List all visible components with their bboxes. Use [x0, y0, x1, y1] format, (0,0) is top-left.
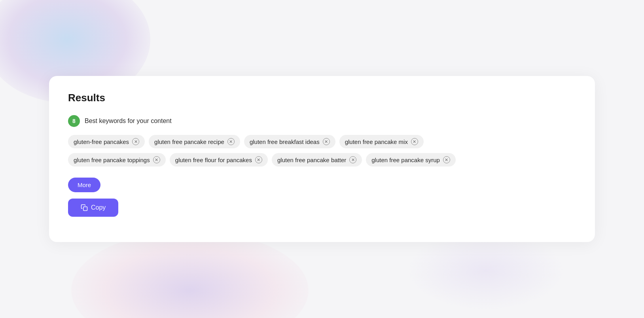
keywords-header: 8 Best keywords for your content	[68, 115, 576, 127]
keyword-label: gluten free pancake batter	[277, 157, 346, 163]
copy-button[interactable]: Copy	[68, 199, 118, 217]
keyword-label: gluten free pancake mix	[345, 138, 408, 145]
copy-button-label: Copy	[91, 204, 106, 211]
count-badge: 8	[68, 115, 80, 127]
keyword-tag-gluten-free-pancake-toppings: gluten free pancake toppings ✕	[68, 153, 166, 167]
remove-keyword-gluten-free-flour-for-pancakes[interactable]: ✕	[255, 156, 262, 163]
keyword-tag-gluten-free-pancake-mix: gluten free pancake mix ✕	[339, 135, 424, 148]
keyword-tag-gluten-free-breakfast-ideas: gluten free breakfast ideas ✕	[244, 135, 335, 148]
remove-keyword-gluten-free-pancake-recipe[interactable]: ✕	[227, 138, 235, 145]
bg-blob-bottom-right	[407, 231, 565, 310]
keywords-row-2: gluten free pancake toppings ✕ gluten fr…	[68, 153, 576, 167]
keyword-label: gluten free pancake syrup	[371, 157, 440, 163]
keyword-tag-gluten-free-flour-for-pancakes: gluten free flour for pancakes ✕	[170, 153, 268, 167]
keywords-header-text: Best keywords for your content	[85, 117, 172, 125]
keywords-row-1: gluten-free pancakes ✕ gluten free panca…	[68, 135, 576, 148]
bg-blob-bottom-center	[71, 231, 309, 318]
remove-keyword-gluten-free-pancake-mix[interactable]: ✕	[411, 138, 418, 145]
remove-keyword-gluten-free-pancakes[interactable]: ✕	[132, 138, 139, 145]
results-card: Results 8 Best keywords for your content…	[49, 76, 595, 242]
remove-keyword-gluten-free-breakfast-ideas[interactable]: ✕	[323, 138, 330, 145]
keyword-label: gluten free flour for pancakes	[175, 157, 252, 163]
remove-keyword-gluten-free-pancake-batter[interactable]: ✕	[349, 156, 356, 163]
copy-icon	[81, 204, 88, 211]
keyword-label: gluten-free pancakes	[74, 138, 129, 145]
keyword-label: gluten free pancake recipe	[154, 138, 224, 145]
keyword-label: gluten free pancake toppings	[74, 157, 150, 163]
keyword-tag-gluten-free-pancake-syrup: gluten free pancake syrup ✕	[366, 153, 456, 167]
results-title: Results	[68, 92, 576, 104]
remove-keyword-gluten-free-pancake-syrup[interactable]: ✕	[443, 156, 450, 163]
keyword-tag-gluten-free-pancakes: gluten-free pancakes ✕	[68, 135, 145, 148]
keyword-label: gluten free breakfast ideas	[250, 138, 320, 145]
svg-rect-0	[83, 207, 87, 211]
more-button[interactable]: More	[68, 178, 100, 192]
keyword-tag-gluten-free-pancake-batter: gluten free pancake batter ✕	[272, 153, 362, 167]
remove-keyword-gluten-free-pancake-toppings[interactable]: ✕	[153, 156, 160, 163]
keyword-tag-gluten-free-pancake-recipe: gluten free pancake recipe ✕	[149, 135, 240, 148]
